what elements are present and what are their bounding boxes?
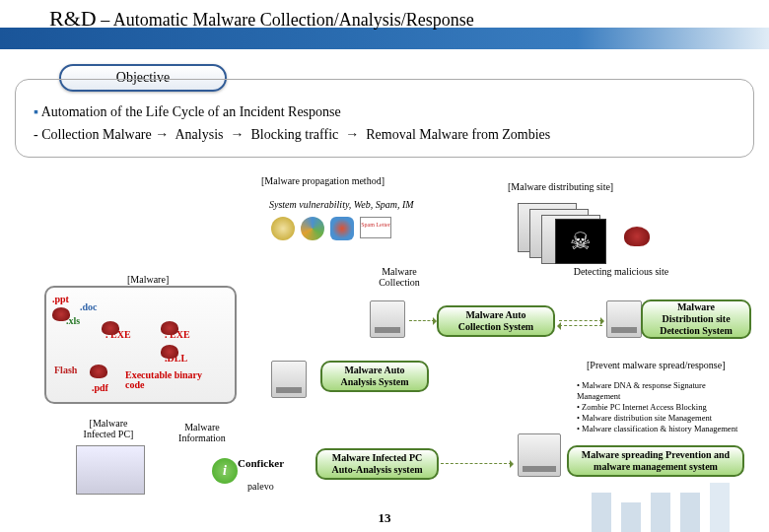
bullet-item: Zombie PC Internet Access Blocking	[582, 402, 707, 412]
auto-analysis-system: Malware Auto Analysis System	[320, 361, 429, 392]
malware-bug-icon	[52, 307, 70, 321]
malware-bug-icon	[90, 365, 107, 378]
flow-arrow	[559, 320, 602, 321]
diagram-area: [Malware propagation method] System vuln…	[15, 167, 754, 512]
infected-auto-analysis-system: Malware Infected PC Auto-Analysis system	[315, 448, 439, 480]
distribution-detection-system: Malware Distribution site Detection Syst…	[641, 299, 751, 339]
flow-arrow	[559, 325, 602, 326]
arrow-icon: →	[345, 126, 359, 142]
line2-analysis: Analysis	[175, 127, 223, 142]
server-icon	[271, 361, 307, 398]
malware-panel: [Malware] .ppt .doc .xls . EXE . EXE .DL…	[44, 286, 237, 404]
ie-icon	[301, 217, 324, 240]
propagation-label: [Malware propagation method]	[261, 175, 384, 186]
title-subtitle: Automatic Malware Collection/Analysis/Re…	[113, 10, 474, 30]
server-icon	[518, 433, 561, 477]
arrow-icon: →	[230, 126, 244, 142]
filetype-flash: Flash	[54, 365, 77, 375]
firefox-icon	[330, 217, 354, 240]
bullet-item: Malware classification & history Managem…	[582, 424, 737, 433]
title-main: R&D	[49, 6, 97, 31]
bullet-item: Malware distribution site Management	[582, 413, 712, 423]
filetype-ppt: .ppt	[52, 294, 69, 304]
server-icon	[606, 300, 642, 338]
objective-content: Automation of the Life Cycle of an Incid…	[15, 79, 754, 158]
decorative-bars	[592, 473, 769, 532]
line2-blocking: Blocking traffic	[250, 127, 338, 142]
malware-collection-label: Malware Collection	[370, 266, 429, 288]
filetype-doc: .doc	[80, 301, 98, 312]
line2-prefix: - Collection Malware	[34, 127, 155, 142]
response-bullets: • Malware DNA & response Signature Manag…	[577, 380, 750, 434]
spam-icon: Spam Letter	[360, 217, 391, 238]
browser-icons: Spam Letter	[271, 217, 391, 240]
pc-icon	[76, 445, 145, 495]
bullet-item: Malware DNA & response Signature Managem…	[577, 380, 706, 401]
objective-line1: Automation of the Life Cycle of an Incid…	[34, 101, 735, 123]
skull-icon: ☠	[555, 219, 606, 264]
slide-title: R&D – Automatic Malware Collection/Analy…	[49, 6, 474, 32]
info-icon: i	[212, 458, 238, 484]
malware-panel-title: [Malware]	[123, 274, 173, 285]
malware-bug-icon	[624, 227, 650, 246]
objective-line2: - Collection Malware → Analysis → Blocki…	[34, 123, 735, 146]
flow-arrow	[441, 463, 512, 464]
filetype-pdf: .pdf	[92, 382, 108, 393]
detecting-site-label: Detecting malicious site	[572, 266, 670, 277]
filetype-executable: Executable binary code	[125, 370, 204, 390]
arrow-icon: →	[155, 126, 169, 142]
worm-conficker: Conficker	[238, 457, 284, 469]
infected-pc-label: [Malware Infected PC]	[79, 418, 138, 439]
vulnerability-label: System vulnerability, Web, Spam, IM	[269, 199, 414, 210]
safari-icon	[271, 217, 295, 240]
malware-info-label: Malware Information	[168, 422, 237, 443]
flow-arrow	[409, 320, 435, 321]
line2-removal: Removal Malware from Zombies	[366, 127, 550, 142]
malware-bug-icon	[161, 345, 178, 359]
malware-bug-icon	[161, 321, 178, 335]
title-sep: –	[97, 10, 113, 30]
worm-palevo: palevo	[247, 481, 274, 492]
auto-collection-system: Malware Auto Collection System	[437, 305, 555, 337]
distributing-label: [Malware distributing site]	[508, 181, 613, 192]
server-icon	[370, 300, 405, 338]
malware-bug-icon	[102, 321, 119, 335]
prevent-label: [Prevent malware spread/response]	[587, 360, 726, 370]
